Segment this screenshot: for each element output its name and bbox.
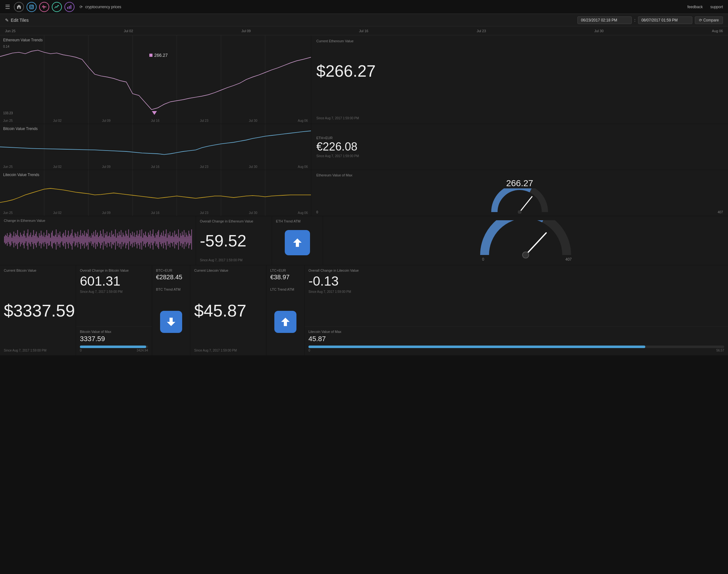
svg-rect-113 — [85, 236, 85, 243]
eth-eur-title: ETH+EUR — [316, 136, 723, 140]
svg-rect-84 — [58, 233, 59, 246]
svg-rect-34 — [11, 234, 11, 245]
svg-rect-145 — [115, 230, 116, 250]
litecoin-progress-bar: 0 56.57 — [308, 345, 724, 352]
svg-rect-140 — [111, 237, 111, 242]
bitcoin-progress-bar: 0 3424.94 — [80, 345, 148, 352]
overall-change-litecoin-title: Overall Change in Litecoin Value — [308, 269, 724, 272]
nav-icon-home[interactable] — [14, 2, 24, 12]
svg-rect-174 — [142, 238, 143, 241]
eth-trend-atm-button[interactable] — [285, 230, 310, 255]
eth-eur-subtitle: Since Aug 7, 2017 1:59:00 PM — [316, 154, 723, 158]
timeline-label-2: Jul 09 — [241, 29, 251, 33]
btc-date-4: Jul 23 — [200, 165, 208, 168]
svg-rect-211 — [177, 236, 178, 243]
svg-line-24 — [520, 196, 532, 212]
eth-date-4: Jul 23 — [200, 119, 208, 122]
feedback-link[interactable]: feedback — [687, 5, 703, 9]
svg-rect-67 — [42, 235, 42, 244]
svg-rect-106 — [78, 237, 79, 242]
bitcoin-bar-max: 3424.94 — [137, 349, 148, 352]
svg-rect-50 — [26, 238, 27, 241]
ltc-date-5: Jul 30 — [249, 211, 257, 215]
nav-right: feedback support — [687, 5, 723, 9]
svg-rect-85 — [59, 235, 60, 244]
ethereum-max-label: 0.14 — [3, 45, 9, 48]
svg-rect-173 — [142, 230, 142, 250]
ltc-date-4: Jul 23 — [200, 211, 208, 215]
tooltip-dot — [149, 54, 152, 57]
compare-button[interactable]: ⟳ Compare — [695, 16, 723, 24]
svg-rect-95 — [68, 231, 69, 248]
svg-rect-157 — [126, 234, 127, 245]
svg-rect-116 — [88, 230, 88, 250]
svg-rect-165 — [134, 233, 135, 246]
edit-tiles-button[interactable]: ✎ Edit Tiles — [5, 18, 29, 23]
date-to-input[interactable] — [638, 16, 692, 24]
support-link[interactable]: support — [710, 5, 723, 9]
svg-rect-64 — [39, 233, 39, 246]
bitcoin-chart-title: Bitcoin Value Trends — [3, 127, 38, 131]
svg-rect-55 — [30, 233, 31, 246]
nav-icon-bar-chart[interactable] — [65, 2, 75, 12]
svg-rect-178 — [146, 236, 147, 243]
litecoin-value-of-max-title: Litecoin Value of Max — [308, 330, 724, 333]
svg-rect-81 — [55, 235, 55, 244]
ltc-date-1: Jul 02 — [53, 211, 62, 215]
nav-icons — [14, 2, 75, 12]
svg-rect-109 — [81, 236, 82, 243]
svg-rect-91 — [65, 236, 65, 243]
eth-date-1: Jul 02 — [53, 119, 62, 122]
overall-change-ethereum-subtitle: Since Aug 7, 2017 1:59:00 PM — [200, 258, 268, 262]
date-from-input[interactable] — [577, 16, 632, 24]
svg-rect-133 — [104, 238, 105, 241]
ltc-date-6: Aug 06 — [298, 211, 308, 215]
svg-rect-181 — [149, 235, 150, 244]
btc-date-0: Jun 25 — [3, 165, 13, 168]
eth-date-6: Aug 06 — [298, 119, 308, 122]
svg-rect-110 — [82, 233, 83, 246]
row-5: Current Bitcoin Value $3337.59 Since Aug… — [0, 265, 728, 355]
svg-rect-175 — [143, 233, 144, 246]
compare-label: Compare — [703, 18, 719, 23]
svg-rect-118 — [90, 236, 90, 243]
overall-change-litecoin-subtitle: Since Aug 7, 2017 1:59:00 PM — [308, 290, 724, 293]
toolbar: ✎ Edit Tiles : ⟳ Compare — [0, 14, 728, 27]
current-ethereum-tile: Current Ethereum Value $266.27 Since Aug… — [311, 35, 728, 124]
btc-trend-atm-button[interactable] — [160, 311, 182, 333]
svg-rect-69 — [44, 233, 44, 246]
top-nav: ☰ ⟳ cryptocurrency prices feedback s — [0, 0, 728, 14]
ltc-date-2: Jul 09 — [102, 211, 111, 215]
svg-rect-94 — [67, 235, 68, 244]
nav-title-area: ⟳ cryptocurrency prices — [80, 5, 687, 9]
overall-change-ethereum-tile: Overall Change in Ethereum Value -59.52 … — [196, 216, 272, 265]
svg-rect-182 — [150, 231, 151, 248]
svg-rect-164 — [133, 236, 133, 243]
svg-rect-88 — [62, 238, 62, 241]
svg-rect-212 — [178, 230, 179, 250]
svg-rect-142 — [112, 235, 113, 244]
ethereum-triangle-marker — [152, 111, 157, 115]
svg-rect-42 — [18, 236, 19, 243]
nav-icon-heartbeat[interactable] — [39, 2, 49, 12]
bitcoin-date-labels: Jun 25 Jul 02 Jul 09 Jul 16 Jul 23 Jul 3… — [0, 165, 311, 168]
current-litecoin-title: Current Litecoin Value — [194, 269, 262, 272]
svg-rect-172 — [141, 236, 141, 243]
bitcoin-bar-fill — [80, 345, 146, 348]
svg-rect-149 — [119, 232, 120, 247]
overall-change-ethereum-title: Overall Change in Ethereum Value — [200, 219, 268, 223]
svg-rect-188 — [156, 233, 156, 246]
svg-rect-47 — [23, 234, 24, 245]
svg-rect-190 — [157, 232, 158, 247]
nav-icon-chart[interactable] — [52, 2, 62, 12]
bitcoin-value-of-max-value: 3337.59 — [80, 335, 148, 343]
svg-rect-207 — [173, 237, 174, 242]
svg-rect-37 — [13, 232, 14, 247]
nav-icon-instagram[interactable] — [27, 2, 37, 12]
hamburger-icon[interactable]: ☰ — [5, 3, 10, 10]
svg-rect-120 — [91, 233, 92, 246]
svg-rect-45 — [21, 235, 22, 244]
ltc-trend-atm-button[interactable] — [274, 311, 297, 333]
svg-rect-104 — [76, 236, 77, 243]
litecoin-chart-panel: Litecoin Value Trends Jun 25 Jul 02 Jul … — [0, 170, 311, 216]
